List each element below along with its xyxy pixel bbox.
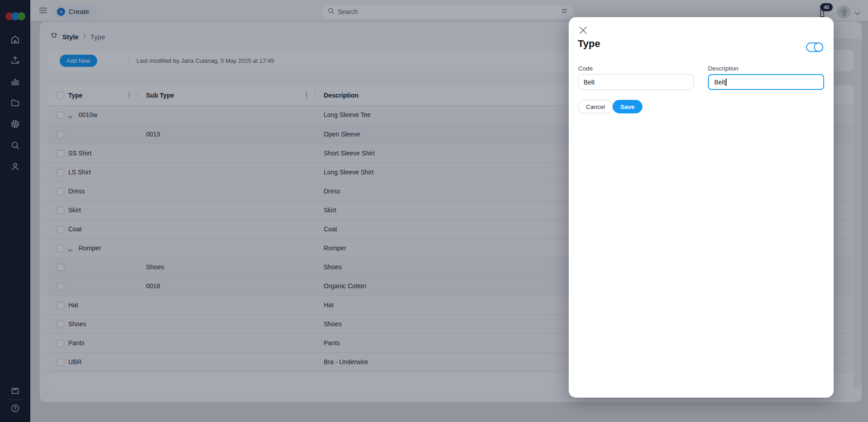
code-field[interactable]: Belt	[578, 74, 694, 90]
save-button[interactable]: Save	[613, 100, 642, 113]
type-edit-modal: Type Code Description Belt Belt Cancel S…	[569, 17, 834, 398]
code-field-label: Code	[578, 65, 593, 72]
cancel-button[interactable]: Cancel	[578, 100, 613, 113]
description-field-label: Description	[708, 65, 739, 72]
modal-title: Type	[578, 38, 600, 50]
description-field-value: Belt	[714, 79, 725, 86]
active-toggle[interactable]	[806, 42, 823, 52]
close-icon[interactable]	[579, 26, 588, 35]
app-window: + Create 40 Style Type Add New Last modi…	[0, 0, 868, 422]
description-field[interactable]: Belt	[708, 74, 824, 90]
code-field-value: Belt	[584, 79, 594, 86]
toggle-knob-icon	[814, 42, 823, 52]
text-caret	[726, 79, 726, 86]
